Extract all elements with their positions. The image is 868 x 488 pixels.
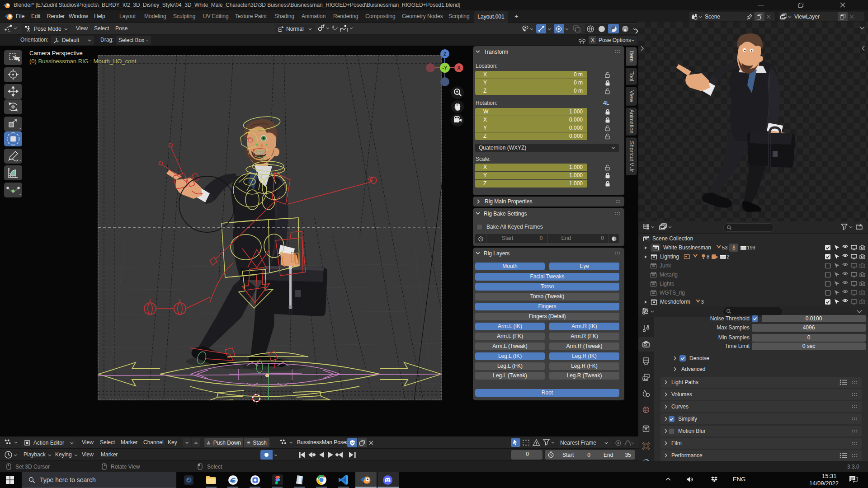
- svg-text:-Y: -Y: [443, 65, 448, 70]
- svg-text:X: X: [457, 65, 461, 70]
- svg-text:Z: Z: [443, 51, 447, 56]
